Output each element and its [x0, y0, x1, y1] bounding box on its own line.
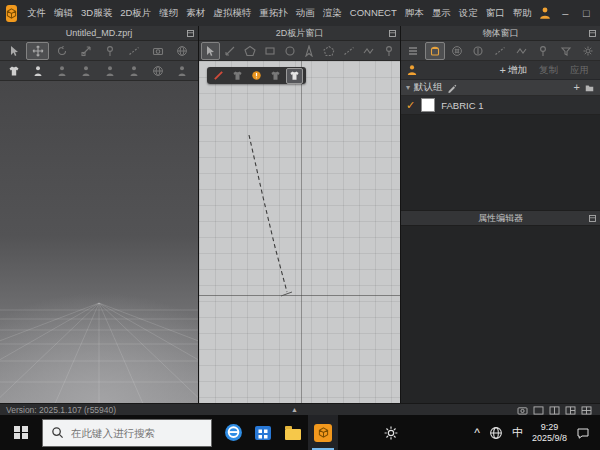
menu-help[interactable]: 帮助: [509, 0, 536, 26]
fabric-list-item[interactable]: ✓ FABRIC 1: [401, 96, 600, 115]
property-editor-empty-area[interactable]: [401, 226, 600, 403]
internal-polygon-tool-icon[interactable]: [320, 42, 339, 60]
collapse-caret-icon[interactable]: ▾: [406, 84, 410, 92]
mannequin-icon[interactable]: [98, 62, 121, 80]
pattern-shade-icon[interactable]: [267, 68, 284, 84]
scale-tool-icon[interactable]: [74, 42, 97, 60]
menu-animation[interactable]: 动画: [292, 0, 319, 26]
world-display-icon[interactable]: [146, 62, 169, 80]
snapshot-icon[interactable]: [517, 406, 528, 415]
stitch-display-icon[interactable]: [210, 68, 227, 84]
avatar-pose-icon[interactable]: [50, 62, 73, 80]
folder-icon[interactable]: [584, 83, 595, 93]
notch-tool-icon[interactable]: [379, 42, 398, 60]
topstitch-tab-icon[interactable]: [490, 42, 511, 60]
copy-button[interactable]: 复制: [533, 64, 564, 77]
rotate-tool-icon[interactable]: [50, 42, 73, 60]
button-tab-icon[interactable]: [446, 42, 467, 60]
menu-file[interactable]: 文件: [23, 0, 50, 26]
taskbar-search[interactable]: [42, 419, 212, 447]
globe-tool-icon[interactable]: [170, 42, 193, 60]
triple-view-icon[interactable]: [565, 406, 576, 415]
buttonhole-tab-icon[interactable]: [468, 42, 489, 60]
toolbar-3d-tools: [0, 41, 198, 61]
menu-display[interactable]: 显示: [428, 0, 455, 26]
taskbar-clock[interactable]: 9:29 2025/9/8: [532, 422, 567, 444]
check-icon[interactable]: ✓: [406, 100, 415, 111]
pin-tab-icon[interactable]: [533, 42, 554, 60]
seam-tool-icon[interactable]: [340, 42, 359, 60]
add-group-icon[interactable]: +: [574, 82, 580, 93]
warning-badge-icon[interactable]: [248, 68, 265, 84]
pattern-sketch[interactable]: [199, 61, 400, 403]
action-center-icon[interactable]: [576, 426, 590, 440]
avatar-show-hide-icon[interactable]: [170, 62, 193, 80]
start-button[interactable]: [0, 415, 42, 450]
fabric-color-swatch[interactable]: [421, 98, 435, 112]
menu-sewing[interactable]: 缝纫: [155, 0, 182, 26]
minimize-button[interactable]: –: [556, 0, 575, 26]
panel-popout-icon[interactable]: [588, 29, 597, 38]
split-view-icon[interactable]: [549, 406, 560, 415]
arrangement-points-icon[interactable]: [122, 62, 145, 80]
dart-tool-icon[interactable]: [300, 42, 319, 60]
scene-list-tab-icon[interactable]: [403, 42, 424, 60]
edge-icon[interactable]: [218, 415, 248, 450]
panel-popout-icon[interactable]: [588, 214, 597, 223]
single-view-icon[interactable]: [533, 406, 544, 415]
puckering-tab-icon[interactable]: [511, 42, 532, 60]
settings-gear-icon[interactable]: [376, 415, 406, 450]
store-icon[interactable]: [248, 415, 278, 450]
menu-retopology[interactable]: 重拓扑: [255, 0, 292, 26]
panel-popout-icon[interactable]: [186, 29, 195, 38]
menu-settings[interactable]: 设定: [455, 0, 482, 26]
apply-button[interactable]: 应用: [564, 64, 595, 77]
show-garment-icon[interactable]: [2, 62, 25, 80]
rename-pencil-icon[interactable]: [447, 83, 457, 93]
file-explorer-icon[interactable]: [278, 415, 308, 450]
menu-window[interactable]: 窗口: [482, 0, 509, 26]
pin-tool-icon[interactable]: [98, 42, 121, 60]
polygon-tool-icon[interactable]: [241, 42, 260, 60]
maximize-button[interactable]: □: [577, 0, 596, 26]
camera-tool-icon[interactable]: [146, 42, 169, 60]
canvas-2d[interactable]: [199, 61, 400, 403]
menu-material[interactable]: 素材: [182, 0, 209, 26]
texture-display-icon[interactable]: [286, 68, 303, 84]
collapse-panel-icon[interactable]: ▲: [291, 405, 298, 415]
avatar-size-icon[interactable]: [74, 62, 97, 80]
object-settings-gear-icon[interactable]: [577, 42, 598, 60]
filter-icon[interactable]: [556, 42, 577, 60]
viewport-3d[interactable]: [0, 81, 198, 403]
move-gizmo-tool-icon[interactable]: [26, 42, 49, 60]
menu-render[interactable]: 渲染: [319, 0, 346, 26]
network-globe-icon[interactable]: [489, 426, 503, 440]
edit-pattern-tool-icon[interactable]: [221, 42, 240, 60]
object-list-empty-area[interactable]: [401, 115, 600, 210]
account-avatar-icon[interactable]: [536, 4, 554, 22]
ime-indicator[interactable]: 中: [512, 425, 523, 440]
menu-avatar[interactable]: 虚拟模特: [209, 0, 255, 26]
menu-2d-pattern[interactable]: 2D板片: [116, 0, 155, 26]
menu-edit[interactable]: 编辑: [50, 0, 77, 26]
panel-popout-icon[interactable]: [388, 29, 397, 38]
zigzag-stitch-tool-icon[interactable]: [359, 42, 378, 60]
sewing-tool-icon[interactable]: [122, 42, 145, 60]
default-group-row[interactable]: ▾ 默认组 +: [401, 80, 600, 96]
menu-3d-garment[interactable]: 3D服装: [77, 0, 116, 26]
pattern-mesh-icon[interactable]: [229, 68, 246, 84]
menu-connect[interactable]: CONNECT: [346, 0, 401, 26]
app-logo-icon[interactable]: [6, 5, 17, 22]
circle-tool-icon[interactable]: [280, 42, 299, 60]
transform-pattern-tool-icon[interactable]: [201, 42, 220, 60]
select-tool-icon[interactable]: [2, 42, 25, 60]
rectangle-tool-icon[interactable]: [260, 42, 279, 60]
fabric-tab-icon[interactable]: [425, 42, 446, 60]
quad-view-icon[interactable]: [581, 406, 592, 415]
md-app-icon[interactable]: [308, 415, 338, 450]
menu-script[interactable]: 脚本: [401, 0, 428, 26]
search-input[interactable]: [43, 420, 211, 446]
show-avatar-icon[interactable]: [26, 62, 49, 80]
tray-chevron-up-icon[interactable]: ^: [474, 426, 480, 440]
add-button[interactable]: +增加: [494, 64, 533, 77]
